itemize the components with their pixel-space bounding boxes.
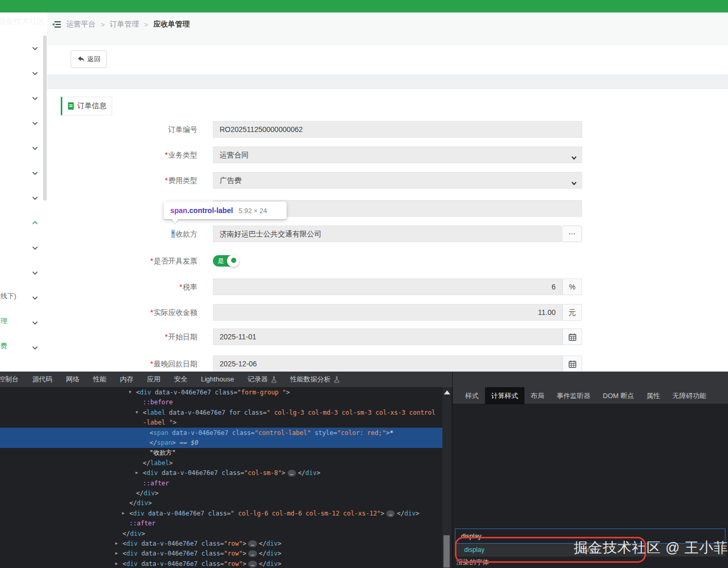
form-row-payee: *收款方济南好运巴士公共交通有限公司⋯ — [0, 226, 728, 242]
code-token: " col-lg-6 col-md-6 col-sm-12 col-xs-12" — [231, 510, 381, 517]
expand-arrow-closed-icon[interactable]: ▶ — [136, 468, 138, 478]
back-button[interactable]: 返回 — [71, 50, 107, 68]
devtools-tab-label: 内存 — [120, 372, 133, 387]
devtools-tab-label: 源代码 — [32, 372, 52, 387]
field-business-type-select[interactable]: 运营合同 — [213, 147, 582, 163]
devtools-elements-scrollbar[interactable] — [442, 387, 451, 568]
field-latest-payment-date[interactable]: 2025-12-06 — [213, 355, 562, 372]
devtools-tab-性能[interactable]: 性能 — [86, 372, 113, 387]
order-info-header: 订单信息 — [61, 97, 112, 115]
expand-arrow-closed-icon[interactable]: ▶ — [115, 548, 118, 559]
field-actual-amount[interactable]: 11.00 — [213, 304, 562, 321]
field-payee[interactable]: 济南好运巴士公共交通有限公司 — [213, 226, 561, 242]
collapsed-content-ellipsis[interactable]: … — [248, 550, 257, 557]
field-label-actual-amount: *实际应收金额 — [78, 304, 197, 321]
collapse-menu-icon[interactable] — [52, 21, 61, 28]
devtools-tab-控制台[interactable]: 控制台 — [0, 372, 25, 387]
code-token: * — [389, 429, 393, 437]
field-order-no[interactable]: RO202511250000000062 — [213, 121, 582, 138]
devtools-tab-记录器[interactable]: 记录器 — [241, 372, 284, 387]
required-asterisk: * — [165, 151, 168, 159]
field-fee-type-select[interactable]: 广告费 — [213, 172, 582, 189]
code-token: div — [143, 490, 155, 497]
calendar-icon[interactable] — [562, 328, 582, 345]
devtools-tab-Lighthouse[interactable]: Lighthouse — [194, 372, 241, 387]
code-line[interactable]: </div> — [0, 488, 442, 498]
collapsed-content-ellipsis[interactable]: … — [288, 470, 296, 477]
devtools-sidebar-tab-DOM 断点[interactable]: DOM 断点 — [597, 387, 640, 404]
devtools-sidebar-tab-布局[interactable]: 布局 — [524, 387, 550, 404]
expand-arrow-open-icon[interactable]: ▼ — [129, 387, 131, 398]
tooltip-tag: span — [170, 206, 187, 215]
code-token: "row" — [224, 550, 242, 557]
code-line[interactable]: ▶<div data-v-046e76e7 class="row">…</div… — [0, 548, 442, 559]
code-line[interactable]: ▼<div data-v-046e76e7 class="form-group … — [0, 387, 442, 398]
calendar-icon[interactable] — [562, 355, 582, 372]
code-line[interactable]: ::after — [0, 478, 442, 488]
devtools-sidebar-tab-计算样式[interactable]: 计算样式 — [485, 387, 524, 404]
code-text: </span> == $0 — [0, 438, 198, 448]
expand-arrow-closed-icon[interactable]: ▶ — [122, 508, 125, 519]
code-text: ::after — [0, 518, 156, 529]
sidebar-chevron-down-icon[interactable] — [32, 44, 38, 49]
devtools-tab-label: 网络 — [66, 372, 79, 387]
scrollbar-thumb[interactable] — [443, 535, 450, 567]
code-line[interactable]: ::after — [0, 518, 442, 529]
code-line[interactable]: "收款方" — [0, 447, 442, 458]
code-token: "form-group " — [237, 389, 286, 396]
collapsed-content-ellipsis[interactable]: … — [248, 540, 257, 547]
code-line[interactable]: ▶<div data-v-046e76e7 class="row">…</div… — [0, 538, 442, 549]
code-token: ::before — [143, 399, 173, 406]
devtools-sidebar-tab-事件监听器[interactable]: 事件监听器 — [550, 387, 597, 404]
expand-arrow-open-icon[interactable]: ▼ — [136, 407, 138, 418]
devtools-tab-安全[interactable]: 安全 — [167, 372, 194, 387]
devtools-tab-性能数据分析[interactable]: 性能数据分析 — [284, 372, 346, 387]
code-token: div — [126, 550, 138, 557]
devtools-tab-内存[interactable]: 内存 — [113, 372, 140, 387]
devtools-sidebar-tab-样式[interactable]: 样式 — [459, 387, 485, 404]
code-line[interactable]: </label> — [0, 458, 442, 468]
code-token: > — [141, 530, 145, 537]
expand-arrow-closed-icon[interactable]: ▶ — [115, 559, 118, 568]
code-line[interactable]: ::before — [0, 397, 442, 407]
code-line[interactable]: </div> — [0, 498, 442, 508]
sidebar-chevron-down-icon[interactable] — [32, 69, 38, 74]
devtools-sidebar-tab-无障碍功能[interactable]: 无障碍功能 — [666, 387, 712, 404]
breadcrumb-bar: 运营平台 > 订单管理 > 应收单管理 — [47, 12, 728, 44]
field-invoice-toggle[interactable]: 是 — [213, 255, 239, 267]
code-line[interactable]: </span> == $0 — [0, 438, 442, 448]
sidebar-chevron-up-icon[interactable] — [32, 218, 38, 223]
breadcrumb-item-current: 应收单管理 — [153, 20, 190, 29]
code-line[interactable]: ▶<div data-v-046e76e7 class=" col-lg-6 c… — [0, 508, 442, 519]
code-text: <label data-v-046e76e7 for class=" col-l… — [0, 407, 436, 418]
collapsed-content-ellipsis[interactable]: … — [386, 510, 395, 517]
code-line[interactable]: ▼<label data-v-046e76e7 for class=" col-… — [0, 407, 442, 418]
collapsed-content-ellipsis[interactable]: … — [248, 561, 257, 567]
field-payee-picker-button[interactable]: ⋯ — [562, 226, 582, 242]
code-line[interactable]: <span data-v-046e76e7 class="control-lab… — [0, 428, 442, 438]
code-line[interactable]: ▶<div data-v-046e76e7 class="col-sm-8">…… — [0, 468, 442, 478]
expand-arrow-closed-icon[interactable]: ▶ — [115, 538, 118, 549]
breadcrumb-item-platform[interactable]: 运营平台 — [66, 20, 96, 29]
devtools-sidebar-tab-属性[interactable]: 属性 — [640, 387, 666, 404]
devtools-tab-网络[interactable]: 网络 — [59, 372, 86, 387]
field-start-date[interactable]: 2025-11-01 — [213, 328, 562, 345]
form-row-covered-field — [0, 200, 728, 217]
code-token: data-v-046e76e7 class — [168, 429, 251, 437]
code-line[interactable]: </div> — [0, 529, 442, 539]
toggle-on-label: 是 — [218, 255, 224, 267]
devtools-tab-源代码[interactable]: 源代码 — [25, 372, 59, 387]
field-tax-rate[interactable]: 6 — [213, 279, 562, 295]
scrollbar-up-arrow-icon[interactable] — [444, 390, 450, 394]
breadcrumb-item-orders[interactable]: 订单管理 — [110, 20, 139, 29]
devtools-tab-应用[interactable]: 应用 — [140, 372, 167, 387]
code-line[interactable]: ▶<div data-v-046e76e7 class="row">…</div… — [0, 559, 442, 568]
code-token: > — [242, 560, 246, 567]
toggle-knob — [227, 255, 239, 267]
form-row-business-type: *业务类型运营合同 — [0, 147, 728, 163]
sidebar-chevron-down-icon[interactable] — [32, 243, 38, 248]
sidebar-chevron-down-icon[interactable] — [32, 193, 38, 199]
sidebar-chevron-down-icon[interactable] — [32, 94, 38, 99]
field-actual-amount-unit-addon: 元 — [562, 304, 582, 321]
code-line[interactable]: -label "> — [0, 417, 442, 428]
